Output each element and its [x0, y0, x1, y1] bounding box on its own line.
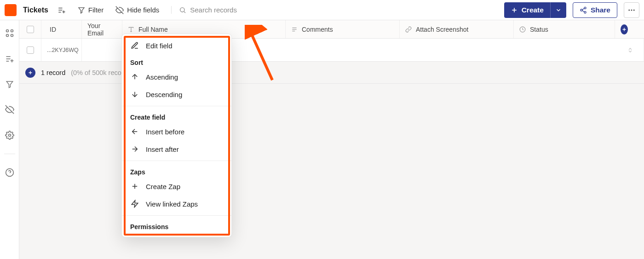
svg-point-12 [584, 11, 586, 13]
svg-point-19 [11, 30, 13, 32]
share-label: Share [591, 6, 610, 14]
long-text-icon [291, 26, 298, 33]
eye-off-icon[interactable] [5, 105, 14, 114]
gear-icon[interactable] [5, 131, 14, 140]
cell-value: ...2KYJ6WQ [47, 47, 79, 53]
add-column-icon[interactable] [5, 54, 14, 63]
eye-off-icon [115, 6, 124, 14]
svg-line-7 [184, 12, 185, 13]
svg-point-15 [628, 9, 630, 11]
status-icon [519, 26, 526, 33]
svg-point-6 [180, 7, 184, 12]
app-logo [5, 4, 17, 16]
column-header-email[interactable]: Your Email [82, 20, 122, 38]
plus-icon [130, 182, 139, 190]
arrow-right-icon [130, 145, 139, 153]
svg-marker-47 [132, 201, 138, 207]
table: ID Your Email Full Name Comments Attach … [19, 20, 644, 84]
menu-create-zap[interactable]: Create Zap [122, 178, 231, 195]
menu-label: View linked Zaps [146, 200, 198, 208]
menu-header-zaps: Zaps [122, 164, 231, 178]
checkbox[interactable] [27, 26, 34, 33]
menu-permissions[interactable]: Permissions [122, 219, 231, 237]
more-horizontal-icon [627, 6, 636, 14]
filter-label: Filter [88, 6, 104, 14]
table-row[interactable]: ...2KYJ6WQ [19, 39, 644, 62]
svg-line-13 [582, 11, 585, 12]
pencil-icon [130, 41, 139, 50]
add-field-button[interactable] [55, 4, 69, 16]
menu-view-linked-zaps[interactable]: View linked Zaps [122, 195, 231, 213]
top-toolbar: Tickets Filter Hide fields Search record… [0, 0, 644, 20]
cell-id[interactable]: ...2KYJ6WQ [41, 39, 82, 61]
menu-header-create-field: Create field [122, 109, 231, 123]
add-column-button[interactable] [615, 20, 633, 38]
plus-icon [511, 6, 518, 14]
column-header-status[interactable]: Status [514, 20, 615, 38]
menu-insert-after[interactable]: Insert after [122, 140, 231, 158]
create-label: Create [522, 6, 544, 14]
text-type-icon [128, 26, 134, 33]
create-button[interactable]: Create [504, 2, 566, 18]
view-title: Tickets [23, 6, 48, 14]
menu-insert-before[interactable]: Insert before [122, 123, 231, 140]
nodes-icon[interactable] [5, 29, 14, 38]
divider [4, 154, 15, 154]
row-checkbox[interactable] [19, 39, 41, 61]
svg-point-21 [11, 35, 13, 37]
more-button[interactable] [624, 2, 639, 18]
menu-sort-ascending[interactable]: Ascending [122, 68, 231, 86]
create-dropdown[interactable] [550, 2, 566, 18]
column-label: Status [530, 26, 548, 33]
menu-label: Ascending [146, 73, 178, 81]
menu-label: Create Zap [146, 183, 180, 190]
checkbox[interactable] [27, 46, 34, 54]
hide-fields-button[interactable]: Hide fields [113, 4, 162, 16]
column-header-screenshot[interactable]: Attach Screenshot [400, 20, 514, 38]
share-button[interactable]: Share [573, 2, 617, 18]
menu-label: Insert before [146, 128, 184, 136]
search-records[interactable]: Search records [171, 6, 237, 14]
column-label: ID [50, 26, 56, 33]
share-icon [580, 6, 587, 14]
column-label: Your Email [87, 22, 116, 37]
svg-marker-27 [6, 81, 13, 88]
attachment-icon [405, 26, 412, 33]
column-header-comments[interactable]: Comments [286, 20, 400, 38]
select-all-header[interactable] [19, 20, 41, 38]
menu-label: Insert after [146, 145, 179, 153]
left-rail [0, 20, 19, 259]
add-row-button[interactable] [25, 68, 35, 78]
plus-circle-icon [621, 24, 628, 35]
filter-icon[interactable] [6, 80, 14, 88]
divider [122, 215, 231, 216]
column-header-id[interactable]: ID [41, 20, 82, 38]
hide-fields-label: Hide fields [127, 6, 159, 14]
menu-header-sort: Sort [122, 54, 231, 68]
svg-point-17 [633, 9, 635, 11]
column-label: Full Name [138, 26, 168, 33]
menu-label: Descending [146, 91, 182, 98]
create-main[interactable]: Create [504, 6, 550, 14]
column-label: Attach Screenshot [416, 26, 468, 33]
expand-handle-icon[interactable] [627, 47, 633, 53]
menu-label: Edit field [146, 42, 172, 50]
search-icon [179, 6, 186, 14]
arrow-left-icon [130, 127, 139, 136]
search-placeholder: Search records [190, 6, 237, 14]
arrow-down-icon [130, 90, 139, 98]
menu-sort-descending[interactable]: Descending [122, 86, 231, 103]
menu-edit-field[interactable]: Edit field [122, 37, 231, 54]
svg-point-18 [6, 30, 8, 32]
help-icon[interactable] [5, 168, 14, 177]
filter-button[interactable]: Filter [75, 4, 106, 16]
record-count: 1 record [41, 69, 65, 76]
chevron-down-icon [555, 7, 562, 13]
svg-point-16 [631, 9, 632, 11]
svg-point-10 [584, 7, 586, 9]
column-label: Comments [302, 26, 333, 33]
filter-icon [78, 6, 85, 14]
arrow-up-icon [130, 73, 139, 81]
svg-point-20 [6, 35, 8, 37]
field-context-menu: Edit field Sort Ascending Descending Cre… [121, 34, 232, 237]
